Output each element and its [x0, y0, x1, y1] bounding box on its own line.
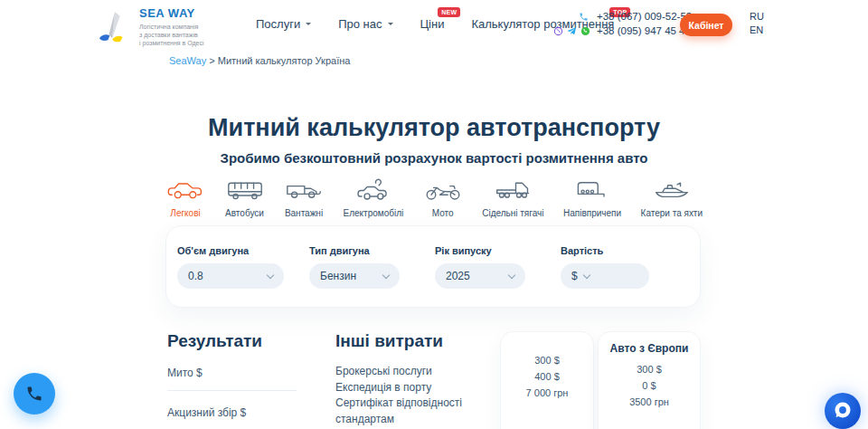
hero-section: Митний калькулятор автотранспорту Зробим…: [0, 114, 868, 166]
truck-icon: [284, 178, 324, 202]
engine-type-label: Тип двигуна: [309, 245, 400, 256]
breadcrumb: SeaWay > Митний калькулятор Україна: [169, 55, 350, 66]
engine-volume-label: Об'єм двигуна: [177, 245, 284, 256]
page-subtitle: Зробимо безкоштовний розрахунок вартості…: [0, 150, 868, 166]
tab-label: Сідельні тягачі: [482, 208, 543, 218]
bus-icon: [225, 178, 265, 202]
nav-label: Ціни: [420, 17, 445, 31]
tab-semi-trucks[interactable]: Сідельні тягачі: [482, 178, 543, 218]
breadcrumb-current: Митний калькулятор Україна: [218, 55, 351, 66]
nav-item-services[interactable]: Послуги: [256, 17, 311, 31]
tab-label: Мото: [432, 208, 454, 218]
europe-car-card: Авто з Європи 300 $ 0 $ 3500 грн: [598, 331, 701, 429]
results-section: Результати Мито $ Акцизний збір $: [167, 331, 297, 429]
trailer-icon: [572, 178, 612, 202]
engine-type-field: Тип двигуна Бензин: [309, 245, 400, 289]
broker-services-item: Брокерські послуги: [335, 364, 507, 380]
cabinet-button[interactable]: Кабінет: [680, 14, 732, 36]
year-label: Рік випуску: [435, 245, 525, 256]
motorcycle-icon: [423, 178, 463, 202]
language-switcher: RU EN: [750, 10, 764, 37]
chevron-down-icon: [508, 271, 515, 278]
cost-value: 0 $: [599, 377, 700, 394]
cost-value: 7 000 грн: [501, 385, 593, 401]
price-input[interactable]: $: [561, 263, 649, 289]
year-value: 2025: [446, 270, 470, 282]
car-icon: [165, 178, 205, 202]
currency-value: $: [571, 270, 578, 282]
phone-icon: [553, 12, 591, 22]
breadcrumb-separator: >: [209, 55, 214, 66]
cost-value: 400 $: [501, 368, 593, 385]
semi-truck-icon: [493, 178, 533, 202]
year-field: Рік випуску 2025: [435, 245, 525, 289]
price-field: Вартість $: [561, 245, 649, 289]
tab-semi-trailers[interactable]: Напівпричепи: [563, 178, 621, 218]
tab-trucks[interactable]: Вантажні: [284, 178, 324, 218]
nav-item-about[interactable]: Про нас: [338, 17, 392, 31]
tab-label: Напівпричепи: [563, 208, 621, 218]
new-badge: NEW: [438, 7, 460, 17]
logo-title: SEA WAY: [139, 6, 204, 20]
engine-volume-field: Об'єм двигуна 0.8: [177, 245, 284, 289]
phone-number-primary[interactable]: +38 (067) 009-52-52: [597, 11, 692, 22]
engine-type-value: Бензин: [320, 270, 356, 282]
tab-label: Електромобілі: [344, 208, 404, 218]
breadcrumb-home-link[interactable]: SeaWay: [169, 55, 206, 66]
other-costs-title: Інші витрати: [335, 331, 507, 351]
phone-icon: [25, 385, 43, 403]
chevron-down-icon: [388, 23, 393, 28]
engine-volume-select[interactable]: 0.8: [177, 263, 284, 289]
header-contacts: +38 (067) 009-52-52 +38 (095) 947 45 41: [553, 9, 692, 38]
costs-values-card: 300 $ 400 $ 7 000 грн: [500, 331, 594, 429]
engine-volume-value: 0.8: [188, 270, 203, 282]
seaway-logo[interactable]: SEA WAY Логістична компанія з доставки в…: [98, 6, 204, 47]
duty-row: Мито $: [167, 351, 297, 391]
logo-tagline: Логістична компанія з доставки вантажів …: [139, 23, 204, 47]
nav-label: Про нас: [338, 17, 382, 31]
other-costs-section: Інші витрати Брокерські послуги Експедиц…: [335, 331, 507, 429]
tab-label: Автобуси: [225, 208, 264, 218]
tab-buses[interactable]: Автобуси: [225, 178, 265, 218]
telegram-icon[interactable]: [567, 26, 577, 36]
results-title: Результати: [167, 331, 297, 351]
excise-row: Акцизний збір $: [167, 391, 297, 429]
nav-label: Послуги: [256, 17, 300, 31]
sail-boat-logo-icon: [98, 9, 132, 45]
call-fab-button[interactable]: [14, 373, 55, 415]
lang-ru[interactable]: RU: [750, 10, 764, 24]
tab-boats-yachts[interactable]: Катери та яхти: [641, 178, 703, 218]
vehicle-type-tabs: Легкові Автобуси Вантажні Електромобілі …: [165, 178, 703, 218]
nav-item-prices[interactable]: Ціни NEW: [420, 17, 445, 31]
chevron-down-icon: [382, 271, 390, 278]
phone-number-secondary[interactable]: +38 (095) 947 45 41: [597, 25, 691, 36]
lang-en[interactable]: EN: [750, 24, 764, 37]
viber-icon[interactable]: [553, 26, 563, 36]
engine-type-select[interactable]: Бензин: [309, 263, 400, 289]
europe-card-title: Авто з Європи: [599, 342, 700, 355]
tab-moto[interactable]: Мото: [423, 178, 463, 218]
tab-electric-cars[interactable]: Електромобілі: [344, 178, 404, 218]
yacht-icon: [652, 178, 692, 202]
electric-car-icon: [354, 178, 393, 202]
calculator-form-card: Об'єм двигуна 0.8 Тип двигуна Бензин Рік…: [165, 225, 701, 308]
chevron-down-icon: [267, 271, 274, 278]
chat-bubble-icon: [832, 400, 854, 422]
chevron-down-icon: [306, 23, 311, 28]
cost-value: 300 $: [501, 352, 593, 368]
cost-value: 300 $: [599, 361, 700, 377]
cost-value: 3500 грн: [599, 394, 700, 410]
tab-label: Катери та яхти: [641, 208, 703, 218]
price-label: Вартість: [561, 245, 649, 256]
tab-cars[interactable]: Легкові: [165, 178, 205, 218]
page-title: Митний калькулятор автотранспорту: [0, 114, 868, 142]
whatsapp-icon[interactable]: [580, 26, 590, 36]
port-expedition-item: Експедиція в порту: [335, 380, 507, 396]
chat-fab-button[interactable]: [825, 393, 861, 429]
tab-label: Вантажні: [285, 208, 323, 218]
chevron-down-icon: [582, 271, 590, 278]
year-select[interactable]: 2025: [435, 263, 525, 289]
tab-label: Легкові: [170, 208, 200, 218]
certificate-item: Сертифікат відповідності стандартам: [335, 396, 507, 427]
